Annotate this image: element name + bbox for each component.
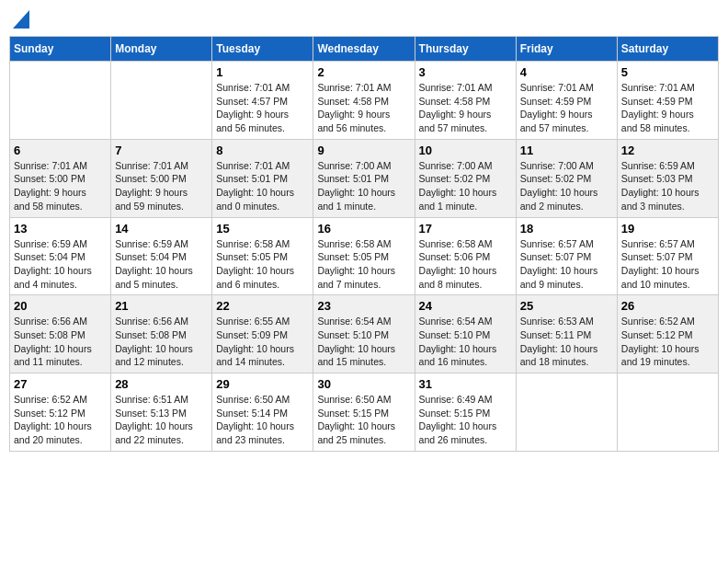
day-number: 8 — [216, 144, 309, 157]
day-info: Sunrise: 7:01 AMSunset: 4:57 PMDaylight:… — [216, 81, 309, 135]
day-number: 18 — [520, 222, 613, 236]
day-number: 20 — [14, 299, 107, 313]
calendar-week-2: 13Sunrise: 6:59 AMSunset: 5:04 PMDayligh… — [10, 217, 719, 295]
calendar-header-row: SundayMondayTuesdayWednesdayThursdayFrid… — [10, 37, 719, 62]
day-info: Sunrise: 6:52 AMSunset: 5:12 PMDaylight:… — [14, 393, 107, 447]
day-number: 24 — [419, 299, 512, 313]
day-info: Sunrise: 7:01 AMSunset: 4:58 PMDaylight:… — [317, 81, 410, 135]
calendar-cell: 12Sunrise: 6:59 AMSunset: 5:03 PMDayligh… — [617, 139, 718, 217]
day-info: Sunrise: 6:56 AMSunset: 5:08 PMDaylight:… — [115, 315, 208, 369]
calendar-cell: 28Sunrise: 6:51 AMSunset: 5:13 PMDayligh… — [111, 373, 212, 452]
calendar-cell — [10, 62, 111, 140]
calendar-week-4: 27Sunrise: 6:52 AMSunset: 5:12 PMDayligh… — [10, 373, 719, 452]
calendar-cell — [617, 373, 718, 452]
calendar-cell: 5Sunrise: 7:01 AMSunset: 4:59 PMDaylight… — [617, 62, 718, 140]
calendar-week-0: 1Sunrise: 7:01 AMSunset: 4:57 PMDaylight… — [10, 62, 719, 140]
day-number: 2 — [317, 65, 410, 79]
day-number: 3 — [419, 65, 512, 79]
day-info: Sunrise: 6:54 AMSunset: 5:10 PMDaylight:… — [419, 315, 512, 369]
day-number: 13 — [14, 222, 107, 236]
calendar-cell: 9Sunrise: 7:00 AMSunset: 5:01 PMDaylight… — [313, 139, 415, 217]
header-sunday: Sunday — [10, 37, 111, 62]
day-number: 19 — [621, 222, 714, 236]
day-info: Sunrise: 6:52 AMSunset: 5:12 PMDaylight:… — [621, 315, 714, 369]
calendar-table: SundayMondayTuesdayWednesdayThursdayFrid… — [9, 36, 719, 452]
day-info: Sunrise: 7:01 AMSunset: 5:00 PMDaylight:… — [14, 159, 107, 213]
day-number: 1 — [216, 65, 309, 79]
day-info: Sunrise: 6:56 AMSunset: 5:08 PMDaylight:… — [14, 315, 107, 369]
day-number: 11 — [520, 144, 613, 157]
day-info: Sunrise: 7:00 AMSunset: 5:02 PMDaylight:… — [419, 159, 512, 213]
day-info: Sunrise: 7:01 AMSunset: 4:59 PMDaylight:… — [621, 81, 714, 135]
day-number: 12 — [621, 144, 714, 157]
day-number: 25 — [520, 299, 613, 313]
day-number: 5 — [621, 65, 714, 79]
day-number: 17 — [419, 222, 512, 236]
calendar-cell: 6Sunrise: 7:01 AMSunset: 5:00 PMDaylight… — [10, 139, 111, 217]
header-tuesday: Tuesday — [212, 37, 313, 62]
day-number: 21 — [115, 299, 208, 313]
calendar-cell: 21Sunrise: 6:56 AMSunset: 5:08 PMDayligh… — [111, 295, 212, 373]
calendar-cell — [516, 373, 617, 452]
day-number: 26 — [621, 299, 714, 313]
calendar-cell: 19Sunrise: 6:57 AMSunset: 5:07 PMDayligh… — [617, 217, 718, 295]
day-number: 14 — [115, 222, 208, 236]
day-info: Sunrise: 6:54 AMSunset: 5:10 PMDaylight:… — [317, 315, 410, 369]
day-number: 7 — [115, 144, 208, 157]
calendar-cell: 15Sunrise: 6:58 AMSunset: 5:05 PMDayligh… — [212, 217, 313, 295]
page-header — [9, 9, 719, 29]
day-info: Sunrise: 7:01 AMSunset: 5:01 PMDaylight:… — [216, 159, 309, 213]
calendar-cell: 23Sunrise: 6:54 AMSunset: 5:10 PMDayligh… — [313, 295, 415, 373]
day-number: 10 — [419, 144, 512, 157]
day-number: 29 — [216, 377, 309, 391]
calendar-cell: 16Sunrise: 6:58 AMSunset: 5:05 PMDayligh… — [313, 217, 415, 295]
day-number: 6 — [14, 144, 107, 157]
calendar-cell: 7Sunrise: 7:01 AMSunset: 5:00 PMDaylight… — [111, 139, 212, 217]
day-number: 4 — [520, 65, 613, 79]
day-info: Sunrise: 6:53 AMSunset: 5:11 PMDaylight:… — [520, 315, 613, 369]
day-info: Sunrise: 6:50 AMSunset: 5:15 PMDaylight:… — [317, 393, 410, 447]
day-info: Sunrise: 6:58 AMSunset: 5:05 PMDaylight:… — [317, 237, 410, 292]
calendar-cell: 22Sunrise: 6:55 AMSunset: 5:09 PMDayligh… — [212, 295, 313, 373]
calendar-cell: 4Sunrise: 7:01 AMSunset: 4:59 PMDaylight… — [516, 62, 617, 140]
day-info: Sunrise: 7:01 AMSunset: 5:00 PMDaylight:… — [115, 159, 208, 213]
logo — [13, 9, 33, 29]
logo-icon — [13, 10, 29, 29]
day-info: Sunrise: 6:59 AMSunset: 5:04 PMDaylight:… — [115, 237, 208, 292]
calendar-cell: 20Sunrise: 6:56 AMSunset: 5:08 PMDayligh… — [10, 295, 111, 373]
day-number: 9 — [317, 144, 410, 157]
header-friday: Friday — [516, 37, 617, 62]
header-saturday: Saturday — [617, 37, 718, 62]
calendar-week-1: 6Sunrise: 7:01 AMSunset: 5:00 PMDaylight… — [10, 139, 719, 217]
calendar-cell: 11Sunrise: 7:00 AMSunset: 5:02 PMDayligh… — [516, 139, 617, 217]
calendar-cell: 14Sunrise: 6:59 AMSunset: 5:04 PMDayligh… — [111, 217, 212, 295]
header-monday: Monday — [111, 37, 212, 62]
day-info: Sunrise: 6:58 AMSunset: 5:05 PMDaylight:… — [216, 237, 309, 292]
calendar-cell: 26Sunrise: 6:52 AMSunset: 5:12 PMDayligh… — [617, 295, 718, 373]
day-number: 31 — [419, 377, 512, 391]
calendar-cell: 10Sunrise: 7:00 AMSunset: 5:02 PMDayligh… — [415, 139, 516, 217]
day-info: Sunrise: 7:00 AMSunset: 5:01 PMDaylight:… — [317, 159, 410, 213]
calendar-cell: 3Sunrise: 7:01 AMSunset: 4:58 PMDaylight… — [415, 62, 516, 140]
calendar-week-3: 20Sunrise: 6:56 AMSunset: 5:08 PMDayligh… — [10, 295, 719, 373]
calendar-cell: 1Sunrise: 7:01 AMSunset: 4:57 PMDaylight… — [212, 62, 313, 140]
day-number: 22 — [216, 299, 309, 313]
header-wednesday: Wednesday — [313, 37, 415, 62]
calendar-cell — [111, 62, 212, 140]
day-number: 27 — [14, 377, 107, 391]
day-info: Sunrise: 6:59 AMSunset: 5:03 PMDaylight:… — [621, 159, 714, 213]
calendar-cell: 31Sunrise: 6:49 AMSunset: 5:15 PMDayligh… — [415, 373, 516, 452]
day-info: Sunrise: 6:49 AMSunset: 5:15 PMDaylight:… — [419, 393, 512, 447]
calendar-cell: 27Sunrise: 6:52 AMSunset: 5:12 PMDayligh… — [10, 373, 111, 452]
header-thursday: Thursday — [415, 37, 516, 62]
day-info: Sunrise: 7:01 AMSunset: 4:59 PMDaylight:… — [520, 81, 613, 135]
calendar-cell: 25Sunrise: 6:53 AMSunset: 5:11 PMDayligh… — [516, 295, 617, 373]
day-number: 23 — [317, 299, 410, 313]
day-number: 16 — [317, 222, 410, 236]
calendar-cell: 8Sunrise: 7:01 AMSunset: 5:01 PMDaylight… — [212, 139, 313, 217]
day-info: Sunrise: 6:51 AMSunset: 5:13 PMDaylight:… — [115, 393, 208, 447]
calendar-cell: 30Sunrise: 6:50 AMSunset: 5:15 PMDayligh… — [313, 373, 415, 452]
day-number: 30 — [317, 377, 410, 391]
day-info: Sunrise: 6:50 AMSunset: 5:14 PMDaylight:… — [216, 393, 309, 447]
day-number: 15 — [216, 222, 309, 236]
